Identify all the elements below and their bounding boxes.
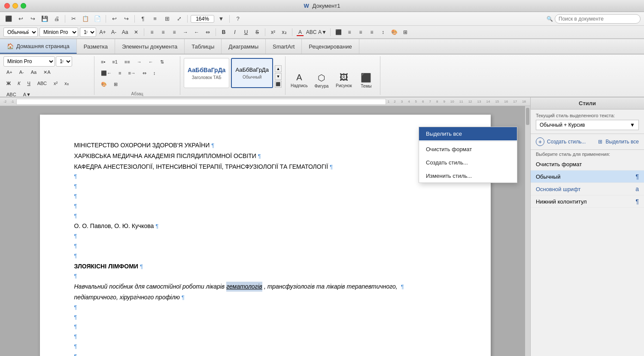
- qt-grid[interactable]: ⊞: [162, 14, 172, 24]
- nav-review[interactable]: Рецензирование: [302, 39, 359, 54]
- qt-btn-1[interactable]: ⬛: [3, 14, 14, 24]
- caption-btn[interactable]: A Надпись: [289, 67, 310, 93]
- superscript-btn[interactable]: x²: [268, 27, 278, 37]
- italic-btn[interactable]: I: [230, 27, 240, 37]
- qt-copy[interactable]: 📋: [80, 14, 91, 24]
- scroll-thumb[interactable]: [526, 108, 529, 125]
- nav-smartart[interactable]: SmartArt: [266, 39, 302, 54]
- text-color-btn[interactable]: A▼: [318, 27, 327, 37]
- style-item-normal[interactable]: Обычный ¶: [531, 170, 644, 183]
- ribbon-justify[interactable]: ⇔: [140, 67, 149, 79]
- ribbon-font-color[interactable]: А▼: [20, 89, 34, 97]
- align-left-btn[interactable]: ⬛: [334, 27, 343, 37]
- qt-para[interactable]: ¶: [138, 14, 148, 24]
- shrink-font-btn[interactable]: A-: [109, 27, 118, 37]
- zoom-level[interactable]: 164%: [191, 15, 214, 23]
- ribbon-list-multi[interactable]: ≡≡: [122, 56, 133, 67]
- qt-paste[interactable]: 📄: [92, 14, 103, 24]
- indent-in-btn[interactable]: →: [181, 27, 190, 37]
- indent-out-btn[interactable]: ←: [192, 27, 201, 37]
- shape-btn[interactable]: ⬡ Фигура: [311, 67, 332, 93]
- qt-redo[interactable]: ↪: [27, 14, 38, 24]
- style-expand[interactable]: ⬛: [275, 81, 282, 88]
- ribbon-italic[interactable]: К: [15, 78, 23, 89]
- qt-save[interactable]: 💾: [39, 14, 50, 24]
- qt-redo2[interactable]: ↪: [121, 14, 131, 24]
- ribbon-shading[interactable]: 🎨: [98, 79, 110, 90]
- ribbon-font-name[interactable]: Minion Pro: [3, 56, 55, 67]
- style-item-clear[interactable]: Очистить формат: [531, 158, 644, 170]
- ribbon-indent-in[interactable]: →: [134, 56, 145, 67]
- search-input[interactable]: [555, 14, 641, 24]
- ribbon-align-center[interactable]: ≡: [115, 67, 124, 79]
- justify-btn[interactable]: ≡: [367, 27, 377, 37]
- ribbon-line-sp[interactable]: ↕: [150, 67, 159, 79]
- borders-btn[interactable]: ⊞: [401, 27, 410, 37]
- apply-all-button[interactable]: ⊞ Выделить все: [598, 139, 639, 145]
- font-color-btn[interactable]: A: [295, 27, 305, 37]
- subscript-btn[interactable]: x₂: [279, 27, 289, 37]
- themes-btn[interactable]: ⬛ Темы: [356, 67, 377, 93]
- list3-btn[interactable]: ≡: [170, 27, 179, 37]
- bold-btn[interactable]: B: [219, 27, 228, 37]
- ribbon-highlight[interactable]: ABC: [3, 89, 19, 97]
- ribbon-align-left[interactable]: ⬛←: [98, 67, 115, 79]
- style-prev[interactable]: ▲: [275, 65, 282, 72]
- style-card-heading[interactable]: АаБбВаГрДа Заголовок ТАБ: [184, 58, 229, 88]
- ribbon-borders[interactable]: ⊞: [111, 79, 121, 90]
- style-select[interactable]: Обычный: [3, 27, 38, 37]
- scrollbar-right[interactable]: [525, 106, 530, 356]
- minimize-button[interactable]: [12, 3, 18, 9]
- list2-btn[interactable]: ≡: [158, 27, 168, 37]
- font-name-select[interactable]: Minion Pro: [39, 27, 78, 37]
- window-controls[interactable]: [4, 3, 26, 9]
- ribbon-font-size[interactable]: 10: [56, 56, 72, 67]
- close-button[interactable]: [4, 3, 10, 9]
- case-btn[interactable]: Aa: [120, 27, 130, 37]
- ribbon-strike[interactable]: АВС: [34, 78, 50, 89]
- qt-expand[interactable]: ⤢: [174, 14, 184, 24]
- strikethrough-btn[interactable]: S: [252, 27, 262, 37]
- style-card-normal[interactable]: АаБбВаГрДа Обычный: [231, 58, 273, 88]
- maximize-button[interactable]: [21, 3, 26, 9]
- ribbon-clear[interactable]: ✕A: [40, 67, 53, 78]
- ribbon-list-num[interactable]: ≡1: [109, 56, 121, 67]
- shading-btn[interactable]: 🎨: [389, 27, 399, 37]
- qt-undo[interactable]: ↩: [15, 14, 26, 24]
- list1-btn[interactable]: ≡: [147, 27, 157, 37]
- align-wider-btn[interactable]: ⇔: [203, 27, 213, 37]
- sdm-change-style[interactable]: Изменить стиль...: [419, 169, 517, 183]
- ribbon-case[interactable]: Aa: [28, 67, 39, 78]
- picture-btn[interactable]: 🖼 Рисунок: [334, 67, 354, 93]
- grow-font-btn[interactable]: A+: [98, 27, 107, 37]
- nav-elements[interactable]: Элементы документа: [115, 39, 185, 54]
- nav-home[interactable]: 🏠 Домашняя страница: [0, 39, 77, 54]
- align-right-btn[interactable]: ≡: [356, 27, 365, 37]
- ribbon-grow-font[interactable]: A+: [3, 67, 15, 78]
- ribbon-underline[interactable]: Ч: [24, 78, 33, 89]
- qt-print[interactable]: 🖨: [52, 14, 62, 24]
- ribbon-list-bullet[interactable]: ≡•: [98, 56, 108, 67]
- style-next[interactable]: ▼: [275, 73, 282, 80]
- sdm-create-style[interactable]: Создать стиль...: [419, 156, 517, 169]
- style-item-base-font[interactable]: Основной шрифт a: [531, 183, 644, 195]
- sdm-clear-format[interactable]: Очистить формат: [419, 143, 517, 156]
- ribbon-sub[interactable]: x₂: [61, 78, 72, 89]
- ribbon-bold[interactable]: Ж: [3, 78, 14, 89]
- qt-help[interactable]: ?: [233, 14, 243, 24]
- font-size-select[interactable]: 10: [80, 27, 96, 37]
- style-item-footer[interactable]: Нижний колонтитул ¶: [531, 195, 644, 208]
- qt-dropdown[interactable]: ▼: [216, 14, 226, 24]
- dropdown-arrow-icon[interactable]: ▼: [630, 122, 635, 128]
- create-style-button[interactable]: + Создать стиль...: [536, 137, 586, 146]
- ribbon-align-right[interactable]: ≡→: [125, 67, 138, 79]
- ribbon-indent-out[interactable]: ←: [146, 56, 156, 67]
- nav-tables[interactable]: Таблицы: [185, 39, 222, 54]
- clear-fmt-btn[interactable]: ✕: [131, 27, 141, 37]
- sdm-select-all[interactable]: Выделить все: [419, 127, 517, 140]
- line-spacing-btn[interactable]: ↕: [378, 27, 388, 37]
- nav-layout[interactable]: Разметка: [77, 39, 115, 54]
- underline-btn[interactable]: U: [241, 27, 251, 37]
- qt-cut[interactable]: ✂: [68, 14, 79, 24]
- qt-list[interactable]: ≡: [150, 14, 160, 24]
